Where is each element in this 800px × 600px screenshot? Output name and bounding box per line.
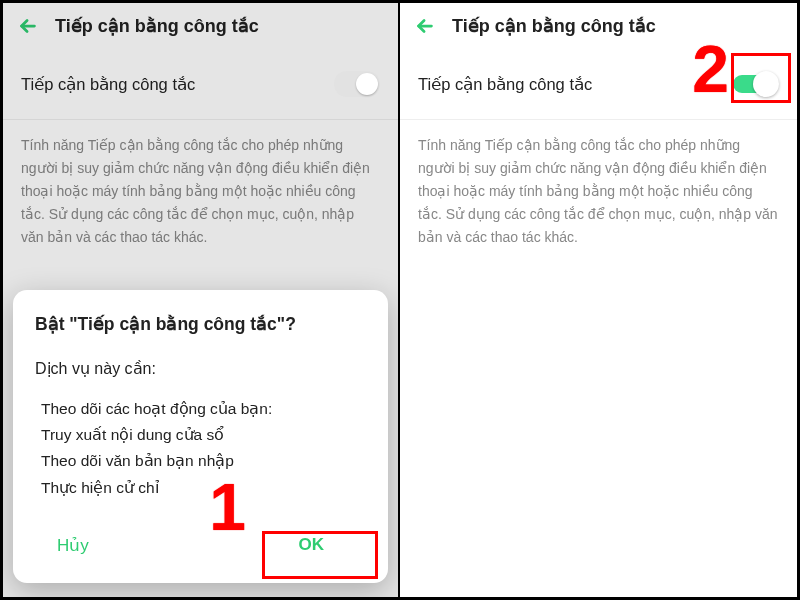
- ok-button[interactable]: OK: [265, 525, 359, 565]
- switch-access-toggle[interactable]: [334, 71, 380, 97]
- back-arrow-icon[interactable]: [17, 15, 39, 37]
- switch-access-setting-row[interactable]: Tiếp cận bằng công tắc: [400, 49, 797, 119]
- setting-label: Tiếp cận bằng công tắc: [418, 75, 592, 94]
- dialog-title: Bật "Tiếp cận bằng công tắc"?: [35, 314, 366, 335]
- back-arrow-icon[interactable]: [414, 15, 436, 37]
- switch-access-setting-row[interactable]: Tiếp cận bằng công tắc: [3, 49, 398, 119]
- page-title: Tiếp cận bằng công tắc: [55, 15, 259, 37]
- setting-description: Tính năng Tiếp cận bằng công tắc cho phé…: [3, 120, 398, 263]
- cancel-button[interactable]: Hủy: [53, 527, 93, 564]
- setting-description: Tính năng Tiếp cận bằng công tắc cho phé…: [400, 120, 797, 263]
- list-item: Theo dõi các hoạt động của bạn:: [41, 396, 366, 422]
- list-item: Truy xuất nội dung cửa sổ: [41, 422, 366, 448]
- switch-access-toggle[interactable]: [733, 71, 779, 97]
- dialog-subtitle: Dịch vụ này cần:: [35, 359, 366, 378]
- dialog-permission-list: Theo dõi các hoạt động của bạn: Truy xuấ…: [35, 396, 366, 501]
- list-item: Thực hiện cử chỉ: [41, 475, 366, 501]
- app-header: Tiếp cận bằng công tắc: [400, 3, 797, 49]
- screen-step-2: Tiếp cận bằng công tắc Tiếp cận bằng côn…: [400, 3, 797, 597]
- list-item: Theo dõi văn bản bạn nhập: [41, 448, 366, 474]
- dialog-actions: Hủy OK: [35, 513, 366, 577]
- app-header: Tiếp cận bằng công tắc: [3, 3, 398, 49]
- screen-step-1: Tiếp cận bằng công tắc Tiếp cận bằng côn…: [3, 3, 400, 597]
- setting-label: Tiếp cận bằng công tắc: [21, 75, 195, 94]
- page-title: Tiếp cận bằng công tắc: [452, 15, 656, 37]
- enable-dialog: Bật "Tiếp cận bằng công tắc"? Dịch vụ nà…: [13, 290, 388, 583]
